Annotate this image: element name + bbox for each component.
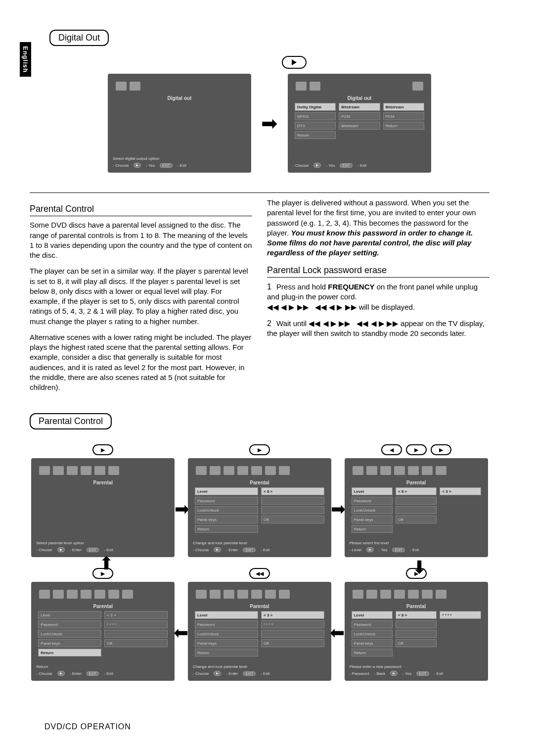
osd-hint-text: Select parental level option [36, 541, 170, 545]
osd-cell: Password [195, 497, 258, 505]
osd-hint: - Exit [261, 548, 269, 552]
rewind-icons: ◀◀ ◀ ▶ ▶▶ ◀◀ ◀ ▶ ▶▶ [309, 319, 399, 328]
arrow-left-icon: ⬅ [174, 622, 188, 643]
body-text: The player can be set in a similar way. … [30, 266, 252, 327]
osd-cell: Level [352, 611, 393, 619]
osd-hint-text: Please enter a new password [350, 664, 483, 669]
step-1: 1 Press and hold FREQUENCY on the front … [267, 282, 490, 312]
body-text: The player is delivered without a passwo… [267, 198, 490, 258]
osd-hint: - Choose [36, 671, 52, 676]
osd-cell: Panel keys [352, 516, 393, 523]
osd-cell: Return [352, 649, 393, 657]
osd-parental-2: Parental Level Password Lock/Unlock Pane… [188, 458, 331, 557]
osd-cell: Off [396, 639, 437, 647]
osd-cell: Lock/Unlock [38, 630, 101, 638]
osd-digital-out-1: Digital out Select digital output option… [108, 74, 251, 173]
osd-cell: Panel keys [195, 516, 258, 523]
osd-hint: - Yes [379, 548, 388, 552]
osd-cell: Dolby Digital [295, 103, 336, 111]
osd-parental-1: Parental Select parental level option - … [31, 458, 175, 557]
osd-cell [396, 497, 437, 505]
body-text: Alternative scenes with a lower rating m… [30, 332, 252, 393]
osd-hint: - Exit [104, 548, 113, 552]
osd-hint: - Password [350, 671, 369, 676]
osd-cell: Bitstream [339, 103, 380, 111]
osd-parental-5: Parental Level Password Lock/Unlock Pane… [188, 582, 331, 681]
arrow-left-icon: ⬅ [330, 622, 345, 643]
osd-cell: < 3 > [440, 487, 481, 495]
osd-parental-4: Parental Level Password Lock/Unlock Pane… [345, 582, 488, 681]
osd-cell: Lock/Unlock [195, 630, 258, 638]
parental-control-heading: Parental Control [30, 203, 252, 216]
osd-hint: - Enter [226, 671, 238, 676]
play-pill-icon: ▶ [134, 163, 141, 168]
osd-cell: < 8 > [261, 487, 324, 495]
osd-hint: - Exit [434, 671, 443, 676]
osd-hint: - Choose [193, 548, 209, 552]
osd-cell: Off [261, 639, 324, 647]
body-text: Some DVD discs have a parental level ass… [30, 220, 252, 260]
play-pill-icon: ▶ [313, 163, 321, 168]
osd-cell [261, 497, 324, 505]
osd-cell: Panel keys [352, 639, 393, 647]
exit-pill-icon: EXIT [87, 671, 99, 676]
osd-cell: Off [396, 516, 437, 523]
exit-pill-icon: EXIT [87, 548, 99, 552]
osd-hint: - Choose [193, 671, 209, 676]
play-button-icon: ▶ [249, 444, 270, 455]
osd-cell: Level [352, 487, 393, 495]
osd-cell: PCM [383, 112, 424, 120]
osd-title: Digital out [293, 95, 426, 101]
osd-title: Parental [36, 604, 170, 609]
play-button-icon [282, 56, 307, 69]
osd-cell: < 3 > [261, 611, 324, 619]
osd-hint: - Yes [326, 163, 335, 168]
osd-hint: - Choose [113, 163, 129, 168]
exit-pill-icon: EXIT [416, 671, 429, 676]
osd-hint: - Exit [104, 671, 113, 676]
exit-pill-icon: EXIT [392, 548, 405, 552]
osd-cell: PCM [339, 112, 380, 120]
rewind-button-icon: ◀◀ [249, 568, 270, 579]
osd-cell: Password [195, 620, 258, 628]
play-button-icon: ▶ [406, 568, 427, 579]
osd-hint: - Yes [146, 163, 155, 168]
osd-hint: - Enter [226, 548, 238, 552]
osd-hint: - Choose [36, 548, 52, 552]
osd-title: Parental [36, 480, 170, 485]
right-button-icon: ▶ [406, 444, 427, 455]
osd-cell: Return [352, 525, 393, 533]
play-pill-icon: ▶ [390, 671, 398, 676]
exit-pill-icon: EXIT [243, 548, 256, 552]
play-pill-icon: ▶ [57, 547, 65, 552]
divider [30, 192, 490, 193]
play-pill-icon: ▶ [57, 671, 65, 676]
osd-digital-out-2: Digital out Dolby Digital MPEG DTS Retur… [288, 74, 431, 173]
osd-hint-text: Return [36, 664, 170, 669]
arrow-up-icon: ⬆ [99, 553, 114, 574]
osd-hint: - Exit [178, 163, 186, 168]
osd-title: Parental [350, 480, 483, 485]
osd-hint: - Exit [357, 163, 366, 168]
digital-out-label: Digital Out [49, 30, 109, 46]
arrow-right-icon: ➡ [261, 112, 278, 135]
osd-hint: - Level [350, 548, 361, 552]
osd-cell: Password [352, 497, 393, 505]
osd-cell: Bitstream [339, 122, 380, 130]
osd-title: Parental [193, 480, 326, 485]
osd-cell: Lock/Unlock [352, 630, 393, 638]
osd-cell: Return [38, 649, 101, 657]
osd-hint-text: Change and lock parental level [193, 664, 326, 669]
osd-cell: * * * * [440, 611, 481, 619]
osd-hint: - Yes [402, 671, 411, 676]
osd-hint: - Enter [70, 671, 82, 676]
left-button-icon: ◀ [381, 444, 402, 455]
osd-parental-3: Parental Level Password Lock/Unlock Pane… [345, 458, 488, 557]
parental-lock-heading: Parental Lock password erase [267, 264, 490, 278]
osd-cell: MPEG [295, 112, 336, 120]
osd-cell [396, 620, 437, 628]
osd-hint-text: Please select the level [350, 541, 483, 545]
exit-pill-icon: EXIT [340, 163, 353, 168]
osd-hint-text: Select digital output option [113, 156, 246, 161]
osd-cell: * * * * [104, 620, 168, 628]
